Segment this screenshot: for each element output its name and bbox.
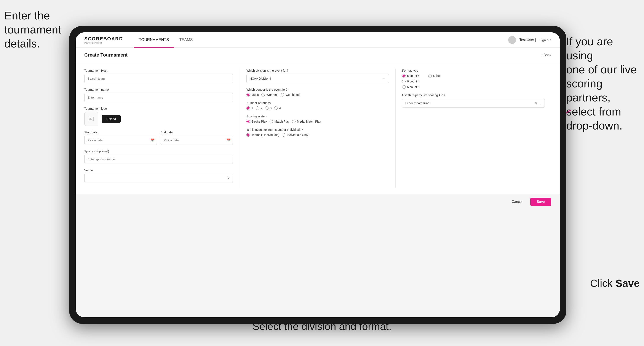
- logo-area: Upload: [84, 112, 233, 126]
- scoring-label-stroke: Stroke Play: [252, 120, 267, 123]
- gender-option-womens[interactable]: Womens: [261, 93, 278, 96]
- event-type-group: Is this event for Teams and/or Individua…: [246, 128, 389, 137]
- nav-right: Test User | Sign out: [508, 36, 551, 44]
- scoring-group: Scoring system Stroke Play Match Play: [246, 115, 389, 123]
- rounds-option-3[interactable]: 3: [265, 106, 272, 110]
- rounds-radio-2[interactable]: [256, 106, 259, 110]
- gender-radio-womens[interactable]: [261, 93, 265, 96]
- rounds-group: Number of rounds 1 2: [246, 101, 389, 110]
- event-type-option-teams[interactable]: Teams (+Individuals): [246, 133, 279, 137]
- form-col-right: Format type 5 count 4 Other: [396, 69, 551, 187]
- annotation-save: Click Save: [590, 277, 640, 290]
- tournament-host-group: Tournament Host: [84, 69, 233, 83]
- event-type-label: Is this event for Teams and/or Individua…: [246, 128, 389, 132]
- format-radio-group: 5 count 4 Other 6 count 4: [402, 74, 545, 89]
- gender-radio-group: Mens Womens Combined: [246, 93, 389, 96]
- event-type-radio-individuals[interactable]: [282, 133, 285, 137]
- scoring-option-medal[interactable]: Medal Match Play: [292, 120, 321, 123]
- annotation-enter: Enter thetournamentdetails.: [4, 9, 65, 51]
- rounds-option-4[interactable]: 4: [274, 106, 281, 110]
- start-date-wrap: 📅: [84, 136, 157, 145]
- scoring-radio-match[interactable]: [270, 120, 273, 123]
- live-scoring-field[interactable]: Leaderboard King ✕ ⌄: [402, 99, 545, 108]
- division-group: Which division is the event for? NCAA Di…: [246, 69, 389, 83]
- division-select[interactable]: NCAA Division I: [246, 74, 389, 83]
- nav-tabs: TOURNAMENTS TEAMS: [134, 32, 198, 47]
- scoring-option-stroke[interactable]: Stroke Play: [246, 120, 267, 123]
- scoring-radio-stroke[interactable]: [246, 120, 250, 123]
- nav-left: SCOREBOARD Powered by clippit TOURNAMENT…: [84, 32, 198, 47]
- rounds-radio-group: 1 2 3 4: [246, 106, 389, 110]
- tournament-name-label: Tournament name: [84, 88, 233, 91]
- dropdown-icon[interactable]: ⌄: [539, 101, 542, 105]
- live-scoring-label: Use third-party live scoring API?: [402, 93, 545, 97]
- rounds-label-3: 3: [270, 106, 272, 110]
- event-type-option-individuals[interactable]: Individuals Only: [282, 133, 308, 137]
- start-date-input[interactable]: [84, 136, 157, 145]
- user-name: Test User |: [520, 38, 536, 42]
- rounds-label: Number of rounds: [246, 101, 389, 105]
- rounds-radio-1[interactable]: [246, 106, 250, 110]
- rounds-radio-4[interactable]: [274, 106, 278, 110]
- format-radio-5count4[interactable]: [402, 74, 406, 77]
- gender-option-combined[interactable]: Combined: [281, 93, 300, 96]
- gender-label-combined: Combined: [286, 93, 300, 96]
- rounds-label-2: 2: [261, 106, 262, 110]
- event-type-radio-teams[interactable]: [246, 133, 250, 137]
- tournament-host-input[interactable]: [84, 74, 233, 83]
- svg-rect-5: [89, 117, 94, 121]
- form-col-left: Tournament Host Tournament name Tourname…: [84, 69, 240, 187]
- format-radio-6count4[interactable]: [402, 80, 406, 83]
- gender-option-mens[interactable]: Mens: [246, 93, 259, 96]
- gender-radio-combined[interactable]: [281, 93, 284, 96]
- end-date-input[interactable]: [160, 136, 234, 145]
- format-option-6count5[interactable]: 6 count 5: [402, 85, 545, 89]
- format-radio-6count5[interactable]: [402, 85, 406, 89]
- tab-tournaments[interactable]: TOURNAMENTS: [134, 32, 174, 48]
- sign-out-link[interactable]: Sign out: [539, 38, 551, 42]
- venue-label: Venue: [84, 169, 233, 172]
- back-link[interactable]: Back: [542, 53, 551, 57]
- event-type-label-individuals: Individuals Only: [287, 133, 308, 137]
- format-label-6count5: 6 count 5: [407, 85, 420, 89]
- tab-teams[interactable]: TEAMS: [174, 32, 198, 48]
- form-header: Create Tournament Back: [76, 48, 560, 62]
- tournament-name-input[interactable]: [84, 93, 233, 102]
- tablet: SCOREBOARD Powered by clippit TOURNAMENT…: [69, 26, 566, 324]
- format-type-label: Format type: [402, 69, 545, 72]
- scoring-radio-medal[interactable]: [292, 120, 296, 123]
- rounds-radio-3[interactable]: [265, 106, 268, 110]
- format-option-6count4[interactable]: 6 count 4: [402, 80, 545, 83]
- venue-select[interactable]: [84, 174, 233, 183]
- format-label-5count4: 5 count 4: [407, 74, 420, 77]
- scoring-label-match: Match Play: [274, 120, 290, 123]
- save-button[interactable]: Save: [530, 198, 551, 206]
- division-label: Which division is the event for?: [246, 69, 389, 72]
- gender-label-mens: Mens: [252, 93, 259, 96]
- format-radio-other[interactable]: [428, 74, 432, 77]
- clear-icon[interactable]: ✕: [534, 101, 538, 105]
- live-scoring-actions: ✕ ⌄: [534, 101, 542, 105]
- cancel-button[interactable]: Cancel: [507, 198, 527, 206]
- event-type-radio-group: Teams (+Individuals) Individuals Only: [246, 133, 389, 137]
- format-option-other[interactable]: Other: [428, 74, 441, 77]
- top-nav: SCOREBOARD Powered by clippit TOURNAMENT…: [76, 32, 560, 48]
- upload-button[interactable]: Upload: [102, 115, 121, 123]
- start-date-label: Start date: [84, 131, 157, 134]
- date-row: Start date 📅 End date 📅: [84, 131, 233, 145]
- end-date-wrap: 📅: [160, 136, 234, 145]
- scoring-option-match[interactable]: Match Play: [270, 120, 290, 123]
- gender-radio-mens[interactable]: [246, 93, 250, 96]
- venue-group: Venue: [84, 169, 233, 183]
- rounds-option-2[interactable]: 2: [256, 106, 262, 110]
- tournament-logo-group: Tournament logo Upload: [84, 107, 233, 126]
- sponsor-input[interactable]: [84, 155, 233, 164]
- rounds-option-1[interactable]: 1: [246, 106, 253, 110]
- form-footer: Cancel Save: [76, 194, 560, 209]
- scoring-label-medal: Medal Match Play: [297, 120, 321, 123]
- live-scoring-value: Leaderboard King: [405, 101, 534, 105]
- format-option-5count4[interactable]: 5 count 4: [402, 74, 420, 77]
- event-type-label-teams: Teams (+Individuals): [252, 133, 279, 137]
- gender-group: Which gender is the event for? Mens Wome…: [246, 88, 389, 96]
- sponsor-label: Sponsor (optional): [84, 150, 233, 153]
